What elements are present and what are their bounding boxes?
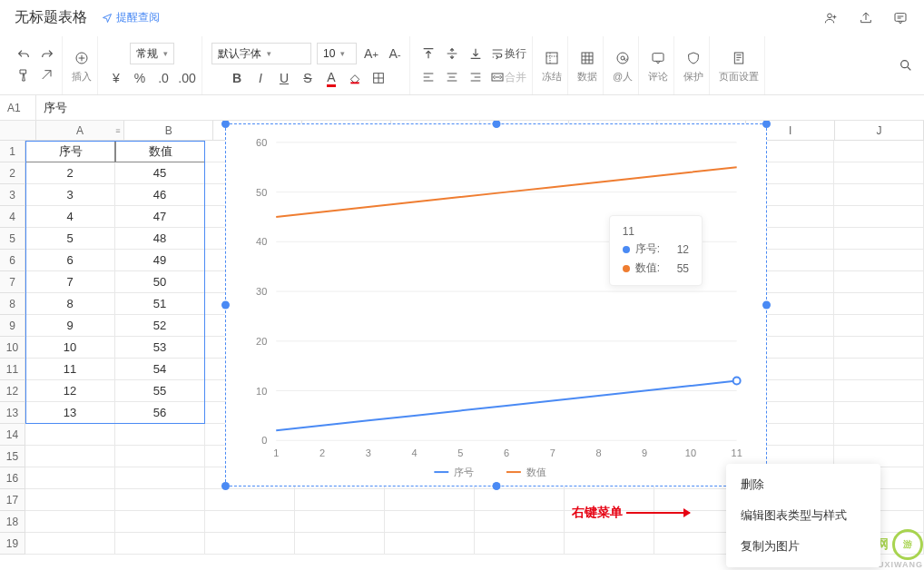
- valign-mid-icon[interactable]: [443, 44, 461, 64]
- cell[interactable]: [115, 511, 205, 533]
- row-header[interactable]: 5: [0, 228, 25, 250]
- cell[interactable]: 50: [115, 271, 205, 293]
- cell[interactable]: 55: [115, 380, 205, 402]
- row-header[interactable]: 13: [0, 402, 25, 424]
- row-header[interactable]: 8: [0, 293, 25, 315]
- cell[interactable]: [115, 533, 205, 555]
- add-user-icon[interactable]: [822, 8, 840, 28]
- active-cell-name[interactable]: A1: [0, 95, 36, 120]
- mention-button[interactable]: [614, 48, 632, 68]
- row-header[interactable]: 10: [0, 337, 25, 359]
- cell[interactable]: [385, 489, 475, 511]
- wrap-button[interactable]: 换行: [490, 44, 526, 64]
- underline-button[interactable]: U: [275, 68, 293, 88]
- cell[interactable]: [115, 424, 205, 446]
- resize-handle-w[interactable]: [221, 301, 230, 310]
- row-header[interactable]: 11: [0, 359, 25, 380]
- search-icon[interactable]: [897, 55, 915, 75]
- comment-button[interactable]: [649, 48, 667, 68]
- menu-delete[interactable]: 删除: [726, 469, 880, 500]
- cell[interactable]: [834, 315, 924, 337]
- italic-button[interactable]: I: [251, 68, 270, 88]
- document-title[interactable]: 无标题表格: [15, 8, 87, 27]
- cell[interactable]: 48: [115, 228, 205, 250]
- col-header-b[interactable]: B: [124, 121, 213, 140]
- resize-handle-sw[interactable]: [221, 482, 230, 490]
- format-painter-icon[interactable]: [15, 65, 33, 85]
- menu-edit-chart[interactable]: 编辑图表类型与样式: [726, 500, 880, 531]
- strike-button[interactable]: S: [299, 68, 317, 88]
- row-header[interactable]: 9: [0, 315, 25, 337]
- cell[interactable]: [834, 402, 924, 424]
- cell[interactable]: [25, 424, 115, 446]
- comment-icon[interactable]: [891, 8, 909, 28]
- cell[interactable]: [834, 184, 924, 206]
- cell[interactable]: 5: [25, 228, 115, 250]
- chart[interactable]: 01020304050601234567891011序号数值 11 序号: 12…: [225, 123, 767, 486]
- cell[interactable]: [295, 489, 385, 511]
- cell[interactable]: [834, 250, 924, 271]
- col-header-a[interactable]: A≡: [36, 121, 125, 140]
- font-color-button[interactable]: A: [322, 68, 340, 88]
- active-cell-value[interactable]: 序号: [36, 95, 924, 120]
- cell[interactable]: [205, 511, 295, 533]
- cell[interactable]: [25, 511, 115, 533]
- cell[interactable]: [834, 162, 924, 184]
- cell[interactable]: [834, 293, 924, 315]
- cell[interactable]: 数值: [115, 141, 205, 162]
- cell[interactable]: 56: [115, 402, 205, 424]
- row-header[interactable]: 4: [0, 206, 25, 228]
- insert-button[interactable]: [73, 48, 91, 68]
- number-format-select[interactable]: 常规▾: [130, 43, 174, 64]
- cell[interactable]: 13: [25, 402, 115, 424]
- cell[interactable]: [834, 380, 924, 402]
- cell[interactable]: 45: [115, 162, 205, 184]
- page-setup-button[interactable]: [730, 48, 748, 68]
- cell[interactable]: 8: [25, 293, 115, 315]
- row-header[interactable]: 18: [0, 511, 25, 533]
- cell[interactable]: [295, 511, 385, 533]
- cell[interactable]: [834, 359, 924, 380]
- cell[interactable]: [834, 337, 924, 359]
- cell[interactable]: [834, 141, 924, 162]
- cell[interactable]: [565, 533, 654, 555]
- cell[interactable]: [295, 533, 385, 555]
- row-header[interactable]: 15: [0, 446, 25, 467]
- resize-handle-s[interactable]: [492, 482, 500, 490]
- clear-format-icon[interactable]: [38, 65, 56, 85]
- percent-icon[interactable]: %: [131, 68, 149, 88]
- decimal-dec-icon[interactable]: .0: [154, 68, 172, 88]
- cell[interactable]: 47: [115, 206, 205, 228]
- row-header[interactable]: 16: [0, 467, 25, 489]
- cell[interactable]: 3: [25, 184, 115, 206]
- select-all-corner[interactable]: [0, 121, 36, 140]
- cell[interactable]: [834, 206, 924, 228]
- data-button[interactable]: [578, 48, 596, 68]
- cell[interactable]: 46: [115, 184, 205, 206]
- cell[interactable]: 49: [115, 250, 205, 271]
- cell[interactable]: [25, 533, 115, 555]
- redo-icon[interactable]: [38, 45, 56, 65]
- undo-icon[interactable]: [15, 45, 33, 65]
- row-header[interactable]: 1: [0, 141, 25, 162]
- cell[interactable]: [385, 533, 475, 555]
- cell[interactable]: [25, 446, 115, 467]
- cell[interactable]: [115, 446, 205, 467]
- cell[interactable]: [205, 533, 295, 555]
- align-left-icon[interactable]: [419, 67, 437, 87]
- align-center-icon[interactable]: [443, 67, 461, 87]
- align-right-icon[interactable]: [467, 67, 485, 87]
- freeze-button[interactable]: [543, 48, 561, 68]
- row-header[interactable]: 6: [0, 250, 25, 271]
- row-header[interactable]: 19: [0, 533, 25, 555]
- cell[interactable]: [834, 228, 924, 250]
- cell[interactable]: [475, 511, 565, 533]
- protect-button[interactable]: [684, 48, 703, 68]
- bold-button[interactable]: B: [228, 68, 246, 88]
- cell[interactable]: [385, 511, 475, 533]
- row-header[interactable]: 7: [0, 271, 25, 293]
- cell[interactable]: [205, 489, 295, 511]
- row-header[interactable]: 17: [0, 489, 25, 511]
- cell[interactable]: 51: [115, 293, 205, 315]
- cell[interactable]: [834, 271, 924, 293]
